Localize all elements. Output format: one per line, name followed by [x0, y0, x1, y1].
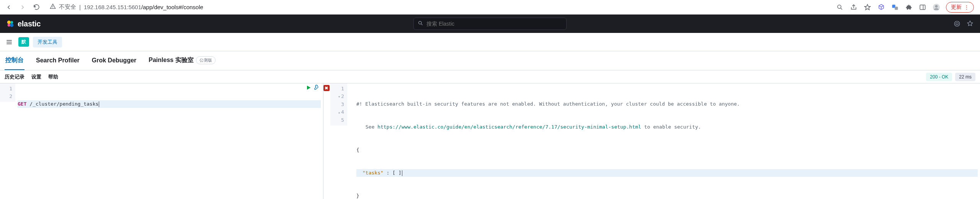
svg-point-15	[419, 21, 422, 24]
extensions-puzzle-icon[interactable]	[905, 3, 913, 11]
request-gutter: 1 2	[0, 83, 15, 102]
address-separator: |	[79, 4, 81, 10]
global-search-box[interactable]	[413, 18, 567, 30]
insecure-icon	[50, 3, 56, 11]
svg-point-12	[10, 21, 13, 24]
history-link[interactable]: 历史记录	[5, 73, 24, 80]
space-badge[interactable]: 默	[18, 37, 29, 47]
insecure-label: 不安全	[59, 3, 76, 11]
browser-address-bar[interactable]: 不安全 | 192.168.245.151:5601/app/dev_tools…	[45, 2, 832, 13]
tab-painless-lab[interactable]: Painless 实验室 公测版	[148, 51, 216, 70]
browser-reload-button[interactable]	[31, 2, 41, 12]
response-gutter: 1 ▾2 3 ▴4 5	[330, 83, 347, 126]
request-options-button[interactable]	[314, 85, 320, 92]
svg-rect-6	[895, 7, 898, 10]
newsfeed-icon[interactable]	[953, 20, 961, 28]
request-editor-pane[interactable]: 1 2 GET /_cluster/pending_tasks	[0, 83, 323, 199]
kebab-icon: ⋮	[964, 4, 969, 10]
svg-line-3	[841, 8, 842, 10]
browser-back-button[interactable]	[4, 2, 14, 12]
svg-rect-1	[52, 8, 53, 8]
http-method: GET	[18, 100, 26, 108]
bookmark-star-icon[interactable]	[863, 3, 872, 11]
fold-arrow-icon[interactable]: ▴	[336, 109, 340, 116]
elastic-logo[interactable]: elastic	[6, 20, 41, 28]
response-line-4: }	[356, 192, 978, 199]
svg-marker-22	[307, 86, 310, 90]
elastic-wordmark: elastic	[18, 20, 41, 28]
svg-rect-0	[52, 6, 53, 7]
request-line-2[interactable]	[18, 123, 321, 131]
svg-rect-7	[920, 5, 925, 10]
browser-forward-button[interactable]	[18, 2, 28, 12]
svg-point-11	[7, 21, 11, 24]
update-label: 更新	[951, 4, 962, 11]
profile-avatar-icon[interactable]	[932, 3, 941, 11]
help-link[interactable]: 帮助	[48, 73, 58, 80]
send-request-button[interactable]	[305, 85, 312, 92]
svg-point-17	[954, 21, 960, 26]
response-line-3: "tasks" : [ ]	[356, 169, 978, 177]
deprecation-warning-icon[interactable]: ✖	[323, 85, 330, 91]
sidebar-toggle-icon[interactable]	[918, 3, 927, 11]
share-icon[interactable]	[849, 3, 858, 11]
browser-update-button[interactable]: 更新 ⋮	[946, 2, 974, 13]
svg-marker-4	[865, 4, 871, 10]
settings-link[interactable]: 设置	[31, 73, 41, 80]
extension-cube-icon[interactable]	[877, 3, 885, 11]
text-caret	[402, 170, 402, 176]
svg-point-13	[8, 24, 10, 26]
zoom-icon[interactable]	[836, 3, 844, 11]
fold-arrow-icon[interactable]: ▾	[336, 93, 340, 101]
svg-point-2	[838, 5, 841, 8]
svg-line-16	[421, 24, 422, 25]
app-breadcrumb[interactable]: 开发工具	[33, 37, 62, 47]
request-path: /_cluster/pending_tasks	[29, 100, 98, 108]
help-icon[interactable]	[966, 20, 974, 28]
address-url: 192.168.245.151:5601/app/dev_tools#/cons…	[84, 4, 203, 10]
elastic-mark-icon	[6, 20, 15, 28]
svg-point-18	[956, 23, 958, 25]
tab-grok-debugger[interactable]: Grok Debugger	[91, 51, 137, 70]
svg-point-14	[10, 23, 13, 27]
response-line-1b: See https://www.elastic.co/guide/en/elas…	[356, 123, 978, 131]
beta-badge: 公测版	[196, 56, 216, 64]
response-status-badge: 200 - OK	[926, 73, 952, 81]
request-line-1[interactable]: GET /_cluster/pending_tasks	[18, 100, 321, 108]
response-time-badge: 22 ms	[955, 73, 975, 81]
hamburger-menu-button[interactable]	[4, 37, 15, 47]
global-search-input[interactable]	[426, 21, 562, 27]
tab-search-profiler[interactable]: Search Profiler	[35, 51, 80, 70]
translate-icon[interactable]	[891, 3, 899, 11]
response-line-2: {	[356, 146, 978, 154]
svg-point-10	[935, 5, 938, 8]
text-caret	[99, 101, 99, 107]
search-icon	[418, 20, 423, 27]
response-viewer-pane[interactable]: ✖ 1 ▾2 3 ▴4 5 #! Elasticsearch built-in …	[323, 83, 980, 199]
tab-console[interactable]: 控制台	[5, 51, 24, 70]
response-line-1: #! Elasticsearch built-in security featu…	[356, 100, 978, 108]
